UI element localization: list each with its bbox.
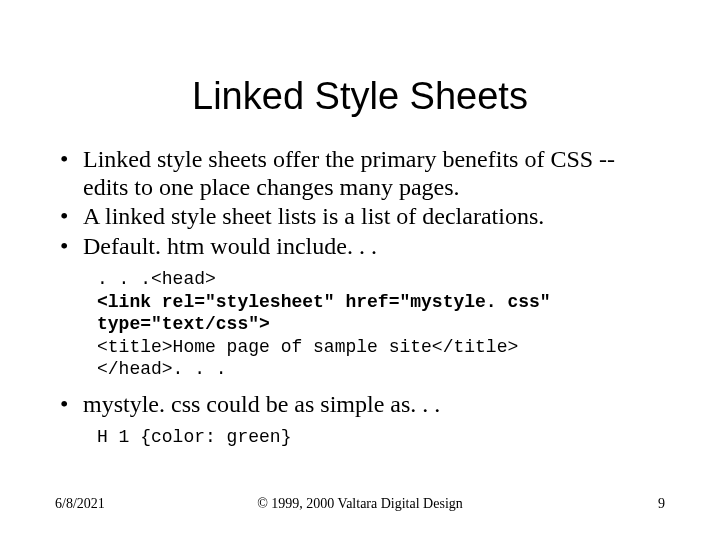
bullet-item: mystyle. css could be as simple as. . . xyxy=(55,391,665,419)
code-block-2: H 1 {color: green} xyxy=(97,426,665,449)
code-line: . . .<head> xyxy=(97,269,216,289)
code-line: H 1 {color: green} xyxy=(97,427,291,447)
bullet-item: Default. htm would include. . . xyxy=(55,233,665,261)
code-block-1: . . .<head> <link rel="stylesheet" href=… xyxy=(97,268,665,381)
code-line: <title>Home page of sample site</title> xyxy=(97,337,518,357)
bullet-item: A linked style sheet lists is a list of … xyxy=(55,203,665,231)
slide: Linked Style Sheets Linked style sheets … xyxy=(0,0,720,540)
footer-date: 6/8/2021 xyxy=(55,496,105,512)
code-line: <link rel="stylesheet" href="mystyle. cs… xyxy=(97,292,562,335)
slide-title: Linked Style Sheets xyxy=(55,75,665,118)
code-line: </head>. . . xyxy=(97,359,227,379)
footer-page: 9 xyxy=(658,496,665,512)
footer: 6/8/2021 © 1999, 2000 Valtara Digital De… xyxy=(55,496,665,512)
bullet-list: Linked style sheets offer the primary be… xyxy=(55,146,665,260)
footer-copyright: © 1999, 2000 Valtara Digital Design xyxy=(55,496,665,512)
bullet-list: mystyle. css could be as simple as. . . xyxy=(55,391,665,419)
bullet-item: Linked style sheets offer the primary be… xyxy=(55,146,665,201)
